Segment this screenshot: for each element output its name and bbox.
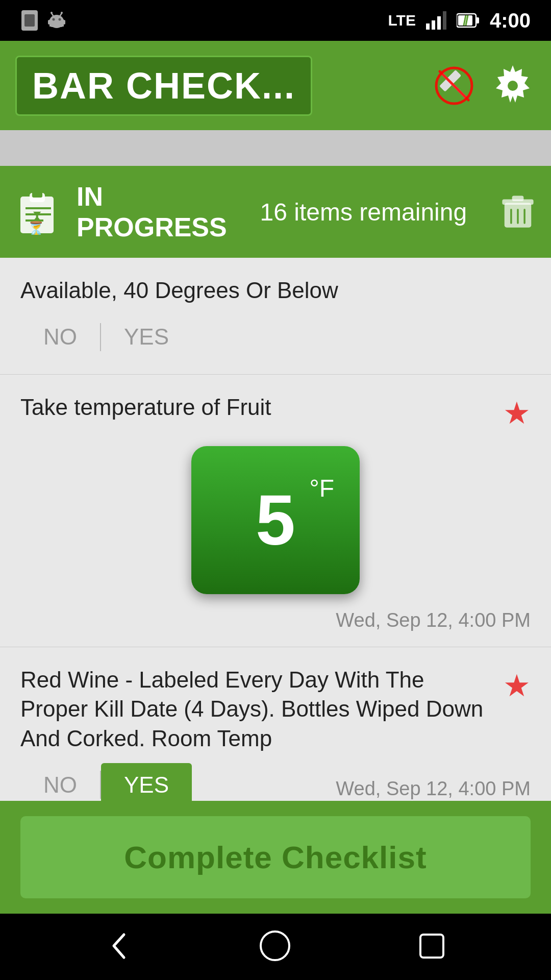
- star-icon-3: ★: [503, 668, 531, 703]
- item-title-2: Take temperature of Fruit: [20, 393, 503, 422]
- svg-rect-14: [432, 20, 435, 30]
- no-button-1[interactable]: NO: [20, 315, 100, 359]
- svg-rect-15: [437, 16, 441, 30]
- svg-point-12: [61, 12, 63, 14]
- temp-value: 5: [256, 484, 295, 556]
- yes-no-3: NO YES Wed, Sep 12, 4:00 PM: [20, 763, 531, 807]
- time-display: 4:00: [490, 9, 531, 32]
- timestamp-2: Wed, Sep 12, 4:00 PM: [20, 609, 531, 631]
- progress-status: IN PROGRESS: [77, 181, 227, 242]
- svg-rect-4: [48, 20, 50, 24]
- yes-button-3[interactable]: YES: [101, 763, 192, 807]
- svg-text:⏳: ⏳: [27, 220, 46, 235]
- svg-rect-37: [512, 196, 524, 202]
- svg-point-11: [51, 12, 53, 14]
- complete-checklist-button[interactable]: Complete Checklist: [20, 816, 531, 898]
- back-button[interactable]: [97, 924, 141, 969]
- timestamp-3: Wed, Sep 12, 4:00 PM: [336, 778, 531, 800]
- temperature-display[interactable]: 5 °F: [20, 446, 531, 594]
- trash-icon[interactable]: [500, 194, 536, 230]
- status-bar: LTE 4:00: [0, 0, 551, 41]
- sim-icon: [20, 10, 39, 31]
- svg-rect-13: [426, 23, 430, 30]
- list-item: Available, 40 Degrees Or Below NO YES: [0, 258, 551, 375]
- svg-rect-42: [420, 935, 443, 958]
- svg-rect-1: [24, 14, 35, 27]
- svg-rect-6: [51, 24, 63, 27]
- yes-no-1: NO YES: [20, 315, 531, 359]
- bottom-bar: Complete Checklist: [0, 801, 551, 914]
- item-title-1: Available, 40 Degrees Or Below: [20, 276, 531, 305]
- svg-point-8: [59, 18, 61, 21]
- clipboard-icon: ⏳: [15, 189, 61, 235]
- home-button[interactable]: [254, 924, 297, 969]
- app-title: BAR CHECK...: [15, 56, 312, 116]
- item-header-3: Red Wine - Labeled Every Day With The Pr…: [20, 665, 531, 753]
- recents-square-icon: [415, 929, 448, 963]
- star-icon-2: ★: [503, 395, 531, 431]
- list-item: Take temperature of Fruit ★ 5 °F Wed, Se…: [0, 375, 551, 647]
- back-arrow-icon: [103, 929, 136, 963]
- progress-banner: ⏳ IN PROGRESS 16 items remaining: [0, 166, 551, 258]
- item-header-2: Take temperature of Fruit ★: [20, 393, 531, 431]
- svg-point-41: [261, 932, 289, 960]
- lte-label: LTE: [388, 12, 416, 29]
- svg-rect-30: [32, 191, 42, 198]
- no-button-3[interactable]: NO: [20, 763, 100, 807]
- items-remaining: 16 items remaining: [242, 198, 485, 226]
- temp-box[interactable]: 5 °F: [191, 446, 360, 594]
- gray-spacer: [0, 130, 551, 166]
- no-sign-icon[interactable]: [434, 65, 474, 106]
- svg-rect-16: [443, 11, 446, 30]
- temp-unit: °F: [309, 474, 334, 502]
- svg-rect-18: [476, 17, 479, 23]
- status-bar-left: [20, 10, 67, 31]
- android-icon: [46, 10, 67, 31]
- home-circle-icon: [259, 929, 292, 963]
- svg-point-7: [53, 18, 55, 21]
- battery-icon: [457, 11, 480, 30]
- yes-button-1[interactable]: YES: [101, 315, 192, 359]
- list-item: Red Wine - Labeled Every Day With The Pr…: [0, 647, 551, 823]
- recents-button[interactable]: [410, 924, 454, 969]
- nav-bar: [0, 914, 551, 980]
- item-header-1: Available, 40 Degrees Or Below: [20, 276, 531, 305]
- signal-icon: [426, 11, 446, 30]
- item-title-3: Red Wine - Labeled Every Day With The Pr…: [20, 665, 503, 753]
- settings-icon[interactable]: [490, 63, 536, 109]
- svg-rect-5: [63, 20, 65, 24]
- header-icons: [434, 63, 536, 109]
- svg-point-27: [508, 81, 518, 91]
- app-header: BAR CHECK...: [0, 41, 551, 130]
